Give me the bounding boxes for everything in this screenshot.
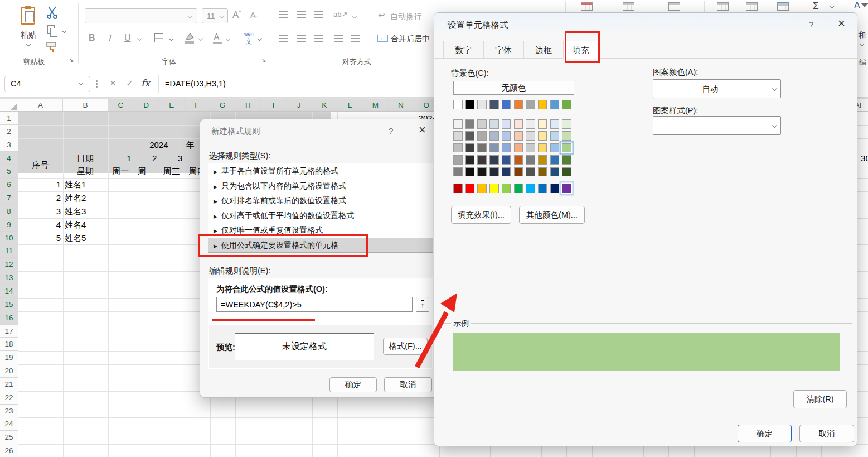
row-header-11[interactable]: 11: [0, 244, 18, 258]
color-swatch-#EDEDED[interactable]: [526, 119, 535, 129]
color-swatch-#262626[interactable]: [465, 155, 475, 165]
color-swatch-#B4C6E7[interactable]: [502, 131, 511, 141]
close-icon[interactable]: ×: [419, 124, 426, 136]
cancel-entry-icon[interactable]: ×: [110, 77, 116, 89]
color-swatch-#FFC000[interactable]: [538, 100, 547, 109]
rule-formula-input[interactable]: =WEEKDAY(C$4,2)>5: [216, 297, 413, 312]
formula-input[interactable]: =DATE(D3,H3,1): [165, 79, 226, 88]
autosum-icon[interactable]: Σ: [813, 1, 819, 12]
orientation-icon[interactable]: ab↗: [333, 10, 347, 18]
color-swatch-#D6DCE4[interactable]: [489, 119, 499, 129]
format-painter-icon[interactable]: [46, 41, 59, 54]
column-header-J[interactable]: J: [287, 98, 312, 112]
cell-B10[interactable]: 姓名5: [65, 232, 106, 245]
color-swatch-#A5A5A5[interactable]: [526, 100, 535, 109]
delete-cells-icon[interactable]: [746, 2, 758, 11]
column-header-B[interactable]: B: [63, 98, 108, 112]
color-swatch-#525252[interactable]: [526, 167, 535, 177]
decrease-font-icon[interactable]: Aˇ: [250, 11, 257, 21]
color-swatch-#808080[interactable]: [453, 167, 463, 177]
color-swatch-#C9C9C9[interactable]: [526, 143, 535, 153]
drag-handle-icon[interactable]: [96, 80, 98, 88]
color-swatch-#FFD966[interactable]: [538, 143, 547, 153]
color-swatch-#F4B084[interactable]: [514, 143, 523, 153]
cell-C5[interactable]: 周一: [110, 165, 132, 178]
color-swatch-#222B35[interactable]: [489, 167, 499, 177]
color-swatch-#44546A[interactable]: [489, 100, 499, 109]
row-header-10[interactable]: 10: [0, 232, 18, 245]
color-swatch-#F2F2F2[interactable]: [453, 119, 463, 129]
column-header-G[interactable]: G: [210, 98, 236, 112]
row-header-24[interactable]: 24: [0, 417, 18, 431]
color-swatch-#A9D08E[interactable]: [562, 143, 571, 153]
cell-A10[interactable]: 5: [20, 232, 61, 245]
color-swatch-#AEAAAA[interactable]: [477, 131, 487, 141]
align-center-icon[interactable]: [297, 35, 306, 42]
align-middle-icon[interactable]: [297, 11, 306, 18]
align-right-icon[interactable]: [314, 35, 323, 42]
color-swatch-#595959[interactable]: [465, 131, 475, 141]
color-swatch-#375623[interactable]: [562, 167, 571, 177]
color-swatch-#833C00[interactable]: [514, 167, 523, 177]
cell-B9[interactable]: 姓名4: [65, 218, 106, 232]
font-size-combo[interactable]: 11: [202, 8, 228, 23]
color-swatch-#C6E0B4[interactable]: [562, 131, 571, 141]
cell-E4[interactable]: 3: [161, 152, 182, 165]
column-header-A[interactable]: A: [18, 98, 63, 112]
chevron-down-icon[interactable]: [226, 37, 231, 42]
color-swatch-#FFE699[interactable]: [538, 131, 547, 141]
color-swatch-#8EA9DB[interactable]: [502, 143, 511, 153]
cell-B4[interactable]: 日期: [65, 152, 106, 165]
cell-A4[interactable]: 序号: [20, 152, 61, 179]
cancel-button[interactable]: 取消: [384, 377, 432, 392]
row-header-12[interactable]: 12: [0, 258, 18, 271]
cell-C4[interactable]: 1: [110, 152, 132, 165]
tab-border[interactable]: 边框: [523, 41, 564, 59]
decrease-indent-icon[interactable]: [334, 35, 343, 42]
cancel-button[interactable]: 取消: [799, 425, 854, 442]
color-swatch-#ED7D31[interactable]: [514, 100, 523, 109]
column-header-H[interactable]: H: [235, 98, 261, 112]
column-header-L[interactable]: L: [337, 98, 363, 112]
rule-type-item[interactable]: ▶只为包含以下内容的单元格设置格式: [208, 179, 433, 194]
color-swatch-#FF0000[interactable]: [465, 184, 475, 193]
chevron-down-icon[interactable]: [169, 37, 174, 42]
row-header-4[interactable]: 4: [0, 152, 18, 165]
color-swatch-#E2EFDA[interactable]: [562, 119, 571, 129]
color-swatch-#000000[interactable]: [465, 100, 475, 109]
color-swatch-#DDEBF7[interactable]: [550, 119, 560, 129]
column-header-K[interactable]: K: [312, 98, 338, 112]
fill-color-icon[interactable]: [184, 32, 195, 41]
column-header-E[interactable]: E: [159, 98, 185, 112]
row-header-20[interactable]: 20: [0, 364, 18, 378]
close-icon[interactable]: ×: [838, 17, 845, 30]
color-swatch-#FFFFFF[interactable]: [453, 100, 463, 109]
cell-A8[interactable]: 3: [20, 205, 61, 218]
rule-type-item[interactable]: ▶仅对高于或低于平均值的数值设置格式: [208, 208, 433, 223]
align-top-icon[interactable]: [279, 11, 288, 18]
rule-type-item[interactable]: ▶仅对排名靠前或靠后的数值设置格式: [208, 193, 433, 208]
color-swatch-#171616[interactable]: [477, 167, 487, 177]
chevron-down-icon[interactable]: [352, 15, 357, 20]
color-swatch-#2E75B6[interactable]: [550, 155, 560, 165]
borders-icon[interactable]: [154, 33, 163, 42]
row-header-26[interactable]: 26: [0, 444, 18, 457]
color-swatch-#C00000[interactable]: [453, 184, 463, 193]
cell-A7[interactable]: 2: [20, 191, 61, 205]
row-header-18[interactable]: 18: [0, 338, 18, 351]
row-header-21[interactable]: 21: [0, 378, 18, 391]
column-header-C[interactable]: C: [108, 98, 134, 112]
align-left-icon[interactable]: [279, 35, 288, 42]
row-header-22[interactable]: 22: [0, 391, 18, 405]
no-color-button[interactable]: 无颜色: [453, 81, 574, 95]
sort-filter-icon[interactable]: A: [854, 1, 860, 11]
color-swatch-#BFBFBF[interactable]: [453, 143, 463, 153]
cut-icon[interactable]: [46, 6, 59, 19]
row-header-16[interactable]: 16: [0, 311, 18, 325]
cell-B6[interactable]: 姓名1: [65, 178, 106, 191]
color-swatch-#D0CECE[interactable]: [477, 119, 487, 129]
color-swatch-#A6A6A6[interactable]: [453, 155, 463, 165]
cell-E5[interactable]: 周三: [161, 165, 182, 178]
chevron-down-icon[interactable]: [137, 37, 142, 42]
row-header-7[interactable]: 7: [0, 191, 18, 205]
